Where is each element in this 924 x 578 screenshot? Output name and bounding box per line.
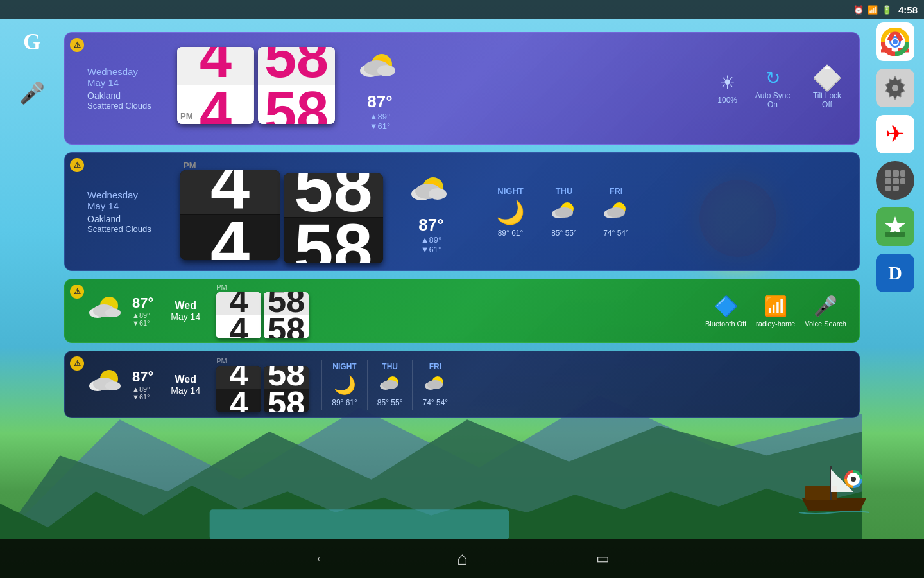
google-icon[interactable]: G bbox=[16, 26, 48, 58]
airplane-app-icon[interactable]: ✈ bbox=[876, 115, 914, 153]
widget2-thu-icon bbox=[551, 199, 577, 226]
widget4-day: Wed bbox=[171, 374, 200, 385]
mic-icon[interactable]: 🎤 bbox=[16, 77, 48, 109]
nav-bar: ← ⌂ ▭ bbox=[0, 539, 924, 578]
widget-3: ⚠ 87° ▲89° ▼61° Wed May 14 bbox=[64, 279, 860, 343]
widget4-period: PM bbox=[216, 357, 309, 365]
settings-app-icon[interactable] bbox=[876, 69, 914, 107]
widget2-high: ▲89° bbox=[421, 235, 442, 245]
widget-2: ⚠ Wednesday May 14 Oakland Scattered Clo… bbox=[64, 152, 860, 271]
widget2-forecast-fri: FRI 74° 54° bbox=[590, 183, 642, 241]
widget1-sync-label: Auto Sync On bbox=[753, 91, 792, 109]
widget3-date: Wed May 14 bbox=[161, 300, 210, 322]
widget2-fri-label: FRI bbox=[610, 186, 623, 196]
widget1-current-weather: 87° ▲89° ▼61° bbox=[335, 46, 425, 131]
svg-point-29 bbox=[429, 188, 447, 200]
widget3-alert[interactable]: ⚠ bbox=[70, 285, 84, 299]
widget1-high: ▲89° bbox=[370, 112, 391, 121]
widget1-hour-bottom: 4 bbox=[200, 85, 232, 124]
widget2-fri-icon bbox=[603, 199, 629, 226]
widget2-fri-temps: 74° 54° bbox=[603, 229, 629, 238]
widget2-hour-card: PM 4 4 bbox=[180, 161, 280, 263]
wifi-icon: 📶 bbox=[868, 5, 878, 15]
widget2-condition: Scattered Clouds bbox=[87, 224, 169, 234]
wifi-ctrl-icon: 📶 bbox=[764, 295, 787, 317]
widget1-condition: Scattered Clouds bbox=[87, 101, 169, 110]
widget2-minute-top: 58 bbox=[294, 173, 372, 217]
widget2-temp: 87° bbox=[418, 215, 443, 235]
widget-1: ⚠ Wednesday May 14 Oakland Scattered Clo… bbox=[64, 32, 860, 144]
tilt-icon: ⬜ bbox=[812, 62, 843, 93]
widget2-forecast-night: NIGHT 🌙 89° 61° bbox=[483, 183, 538, 241]
widget3-wifi-ctrl[interactable]: 📶 radley-home bbox=[756, 295, 795, 328]
widget1-tilt-label: Tilt Lock Off bbox=[808, 91, 846, 109]
recents-button[interactable]: ▭ bbox=[596, 550, 610, 567]
widget3-high: ▲89° bbox=[132, 311, 153, 319]
widget3-hour-top: 4 bbox=[230, 292, 248, 315]
boat-decoration bbox=[796, 460, 873, 536]
widget1-brightness-label: 100% bbox=[717, 96, 737, 105]
widget4-alert[interactable]: ⚠ bbox=[70, 356, 84, 371]
widget4-hour-card: 4 4 bbox=[216, 366, 261, 412]
dict-app-icon[interactable]: D bbox=[876, 254, 914, 292]
widget1-hour-top: 4 bbox=[200, 47, 232, 85]
widget4-night-label: NIGHT bbox=[332, 362, 356, 371]
widget2-city: Oakland bbox=[87, 214, 169, 224]
widget4-thu-icon bbox=[380, 374, 400, 396]
stars-app-icon[interactable] bbox=[876, 207, 914, 246]
voice-icon: 🎤 bbox=[814, 295, 837, 317]
status-time: 4:58 bbox=[898, 4, 918, 15]
widget3-bluetooth-ctrl[interactable]: 🔷 Bluetooth Off bbox=[705, 295, 746, 328]
widget3-temp-info: 87° ▲89° ▼61° bbox=[132, 295, 153, 327]
svg-point-9 bbox=[892, 85, 898, 91]
widget3-day: Wed bbox=[171, 300, 200, 311]
widget3-controls: 🔷 Bluetooth Off 📶 radley-home 🎤 Voice Se… bbox=[705, 295, 859, 328]
widget2-low: ▼61° bbox=[421, 245, 442, 254]
widget4-flip-clock: PM 4 4 58 58 bbox=[210, 357, 315, 412]
widget1-city: Oakland bbox=[87, 91, 169, 101]
widget3-voice-label: Voice Search bbox=[805, 320, 846, 328]
widget4-fri-icon bbox=[425, 374, 445, 396]
widget1-hour-card: 4 4 PM bbox=[177, 47, 254, 124]
status-bar: ⏰ 📶 🔋 4:58 bbox=[0, 0, 924, 19]
widget2-alert[interactable]: ⚠ bbox=[70, 158, 84, 172]
widget2-flip-clock: PM 4 4 58 58 bbox=[177, 161, 386, 263]
chrome-app-icon[interactable] bbox=[876, 22, 914, 61]
widget1-clock-display: 4 4 PM 58 58 bbox=[177, 47, 335, 124]
widget4-clock-display: 4 4 58 58 bbox=[216, 366, 309, 412]
widget1-brightness-ctrl[interactable]: ☀ 100% bbox=[717, 72, 737, 105]
back-button[interactable]: ← bbox=[314, 550, 329, 567]
battery-icon: 🔋 bbox=[882, 5, 892, 15]
widget4-high: ▲89° bbox=[132, 385, 153, 393]
home-button[interactable]: ⌂ bbox=[457, 548, 468, 569]
widget3-low: ▼61° bbox=[132, 319, 153, 327]
widget2-date: May 14 bbox=[87, 200, 169, 211]
widget1-alert[interactable]: ⚠ bbox=[70, 38, 84, 52]
svg-point-7 bbox=[893, 39, 898, 44]
widget3-hour-bottom: 4 bbox=[230, 315, 248, 338]
widget2-day: Wednesday bbox=[87, 189, 169, 200]
widget4-fri-label: FRI bbox=[429, 362, 441, 371]
widget1-flip-clock: 4 4 PM 58 58 bbox=[177, 47, 335, 124]
widget1-tilt-ctrl[interactable]: ⬜ Tilt Lock Off bbox=[808, 67, 846, 109]
widget3-period: PM bbox=[216, 283, 309, 291]
status-icons: ⏰ 📶 🔋 4:58 bbox=[853, 4, 918, 15]
grid-app-icon[interactable] bbox=[876, 161, 914, 200]
widget4-night-temps: 89° 61° bbox=[332, 398, 357, 407]
widget2-period: PM bbox=[184, 161, 280, 170]
sync-icon: ↻ bbox=[766, 67, 780, 89]
widget2-weather-info: Wednesday May 14 Oakland Scattered Cloud… bbox=[65, 182, 177, 241]
widget1-day: Wednesday bbox=[87, 66, 169, 77]
svg-rect-14 bbox=[893, 178, 899, 184]
widget1-minute-card: 58 58 bbox=[258, 47, 335, 124]
widget3-voice-ctrl[interactable]: 🎤 Voice Search bbox=[805, 295, 846, 328]
widget1-weather-icon bbox=[357, 46, 402, 89]
widget2-forecast: NIGHT 🌙 89° 61° THU 85° 55° FRI bbox=[483, 183, 642, 241]
brightness-icon: ☀ bbox=[719, 72, 735, 93]
widget2-thu-temps: 85° 55° bbox=[551, 229, 577, 238]
widget1-sync-ctrl[interactable]: ↻ Auto Sync On bbox=[753, 67, 792, 109]
svg-rect-15 bbox=[900, 178, 905, 184]
widget1-control-icons: ☀ 100% ↻ Auto Sync On ⬜ Tilt Lock Off bbox=[717, 67, 846, 109]
widget4-forecast-thu: THU 85° 55° bbox=[367, 360, 413, 410]
widget2-minute-flip: 58 58 bbox=[284, 173, 383, 263]
